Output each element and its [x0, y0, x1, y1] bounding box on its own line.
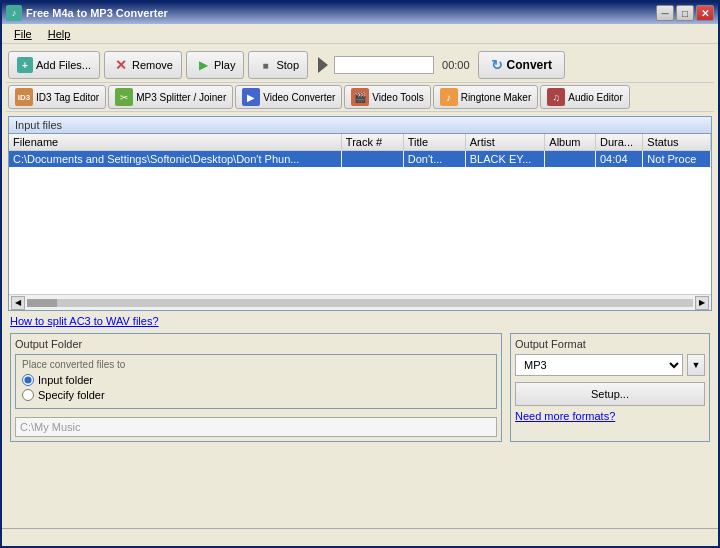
progress-area: 00:00 — [316, 56, 474, 74]
format-select[interactable]: MP3 WAV OGG AAC FLAC WMA — [515, 354, 683, 376]
stop-icon: ■ — [257, 57, 273, 73]
add-files-label: Add Files... — [36, 59, 91, 71]
play-button[interactable]: ▶ Play — [186, 51, 244, 79]
cell-filename: C:\Documents and Settings\Softonic\Deskt… — [9, 151, 341, 168]
video-tools-label: Video Tools — [372, 92, 423, 103]
radio-input-folder-row: Input folder — [22, 374, 490, 386]
output-folder-title: Output Folder — [15, 338, 497, 350]
play-label: Play — [214, 59, 235, 71]
remove-label: Remove — [132, 59, 173, 71]
radio-specify-folder[interactable] — [22, 389, 34, 401]
maximize-button[interactable]: □ — [676, 5, 694, 21]
col-artist: Artist — [465, 134, 545, 151]
col-status: Status — [643, 134, 711, 151]
convert-label: Convert — [507, 58, 552, 72]
scroll-thumb[interactable] — [27, 299, 57, 307]
horizontal-scrollbar[interactable]: ◀ ▶ — [9, 294, 711, 310]
input-files-title: Input files — [9, 117, 711, 134]
scroll-track[interactable] — [27, 299, 693, 307]
setup-button[interactable]: Setup... — [515, 382, 705, 406]
radio-specify-folder-row: Specify folder — [22, 389, 490, 401]
scroll-right-arrow[interactable]: ▶ — [695, 296, 709, 310]
app-icon: ♪ — [6, 5, 22, 21]
app-title: Free M4a to MP3 Converter — [26, 7, 168, 19]
menu-file[interactable]: File — [6, 26, 40, 42]
scroll-left-arrow[interactable]: ◀ — [11, 296, 25, 310]
cell-track — [341, 151, 403, 168]
title-bar-left: ♪ Free M4a to MP3 Converter — [6, 5, 168, 21]
input-files-section: Input files Filename Track # Title Artis… — [8, 116, 712, 311]
remove-button[interactable]: ✕ Remove — [104, 51, 182, 79]
file-list-area: Filename Track # Title Artist Album Dura… — [9, 134, 711, 294]
cell-duration: 04:04 — [596, 151, 643, 168]
menu-help[interactable]: Help — [40, 26, 79, 42]
stop-button[interactable]: ■ Stop — [248, 51, 308, 79]
splitter-label: MP3 Splitter / Joiner — [136, 92, 226, 103]
radio-specify-folder-label: Specify folder — [38, 389, 105, 401]
progress-bar — [334, 56, 434, 74]
format-select-row: MP3 WAV OGG AAC FLAC WMA ▼ — [515, 354, 705, 376]
radio-input-folder-label: Input folder — [38, 374, 93, 386]
bottom-section: Output Folder Place converted files to I… — [6, 329, 714, 446]
output-format-title: Output Format — [515, 338, 705, 350]
col-album: Album — [545, 134, 596, 151]
format-dropdown-arrow[interactable]: ▼ — [687, 354, 705, 376]
primary-toolbar: + Add Files... ✕ Remove ▶ Play ■ Stop — [6, 48, 714, 82]
title-bar: ♪ Free M4a to MP3 Converter ─ □ ✕ — [2, 2, 718, 24]
application-window: ♪ Free M4a to MP3 Converter ─ □ ✕ File H… — [0, 0, 720, 548]
convert-icon: ↻ — [491, 57, 503, 73]
ringtone-label: Ringtone Maker — [461, 92, 532, 103]
progress-start-icon — [316, 58, 330, 72]
place-files-title: Place converted files to — [22, 359, 490, 370]
scroll-area: Filename Track # Title Artist Album Dura… — [9, 134, 711, 289]
stop-label: Stop — [276, 59, 299, 71]
cell-title: Don't... — [403, 151, 465, 168]
cell-status: Not Proce — [643, 151, 711, 168]
main-content: + Add Files... ✕ Remove ▶ Play ■ Stop — [2, 44, 718, 450]
mp3-splitter-button[interactable]: ✂ MP3 Splitter / Joiner — [108, 85, 233, 109]
cell-artist: BLACK EY... — [465, 151, 545, 168]
radio-input-folder[interactable] — [22, 374, 34, 386]
ringtone-maker-button[interactable]: ♪ Ringtone Maker — [433, 85, 539, 109]
video-converter-label: Video Converter — [263, 92, 335, 103]
id3-label: ID3 Tag Editor — [36, 92, 99, 103]
convert-button[interactable]: ↻ Convert — [478, 51, 565, 79]
col-title: Title — [403, 134, 465, 151]
splitter-icon: ✂ — [115, 88, 133, 106]
table-header-row: Filename Track # Title Artist Album Dura… — [9, 134, 711, 151]
audio-editor-button[interactable]: ♫ Audio Editor — [540, 85, 629, 109]
help-link[interactable]: How to split AC3 to WAV files? — [6, 311, 714, 329]
add-files-icon: + — [17, 57, 33, 73]
play-icon: ▶ — [195, 57, 211, 73]
col-track: Track # — [341, 134, 403, 151]
audio-editor-label: Audio Editor — [568, 92, 622, 103]
cell-album — [545, 151, 596, 168]
place-files-group: Place converted files to Input folder Sp… — [15, 354, 497, 409]
id3-icon: ID3 — [15, 88, 33, 106]
video-converter-button[interactable]: ▶ Video Converter — [235, 85, 342, 109]
ringtone-icon: ♪ — [440, 88, 458, 106]
table-row[interactable]: C:\Documents and Settings\Softonic\Deskt… — [9, 151, 711, 168]
col-duration: Dura... — [596, 134, 643, 151]
time-display: 00:00 — [438, 59, 474, 71]
video-tools-icon: 🎬 — [351, 88, 369, 106]
file-table: Filename Track # Title Artist Album Dura… — [9, 134, 711, 167]
title-bar-controls: ─ □ ✕ — [656, 5, 714, 21]
add-files-button[interactable]: + Add Files... — [8, 51, 100, 79]
folder-path-input[interactable] — [15, 417, 497, 437]
video-tools-button[interactable]: 🎬 Video Tools — [344, 85, 430, 109]
output-folder-section: Output Folder Place converted files to I… — [10, 333, 502, 442]
close-button[interactable]: ✕ — [696, 5, 714, 21]
remove-icon: ✕ — [113, 57, 129, 73]
col-filename: Filename — [9, 134, 341, 151]
id3-tag-editor-button[interactable]: ID3 ID3 Tag Editor — [8, 85, 106, 109]
secondary-toolbar: ID3 ID3 Tag Editor ✂ MP3 Splitter / Join… — [6, 82, 714, 112]
audio-editor-icon: ♫ — [547, 88, 565, 106]
menu-bar: File Help — [2, 24, 718, 44]
minimize-button[interactable]: ─ — [656, 5, 674, 21]
video-converter-icon: ▶ — [242, 88, 260, 106]
output-format-section: Output Format MP3 WAV OGG AAC FLAC WMA ▼… — [510, 333, 710, 442]
status-bar — [2, 528, 718, 546]
more-formats-link[interactable]: Need more formats? — [515, 410, 615, 422]
